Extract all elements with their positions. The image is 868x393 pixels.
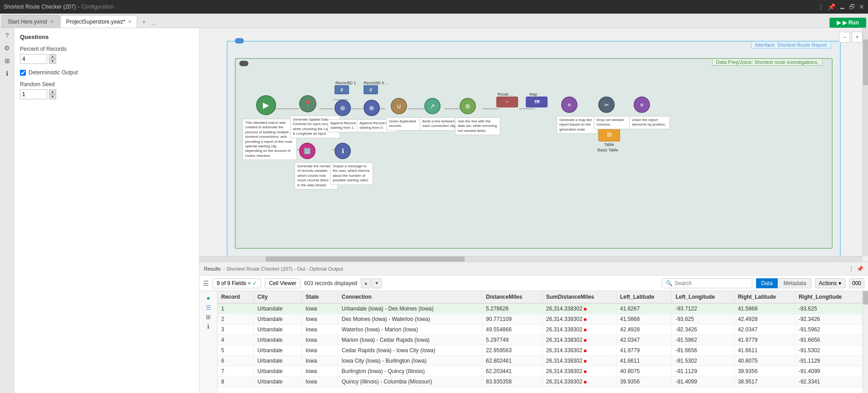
data-table: Record City State Connection DistanceMil…	[218, 291, 863, 387]
more-icon[interactable]: ⋮	[818, 3, 824, 10]
restore-icon[interactable]: 🗗	[849, 3, 855, 10]
workflow-area: − + Interface: Shortest Route Report Dat…	[199, 28, 868, 393]
deterministic-checkbox[interactable]	[20, 70, 26, 76]
node-join[interactable]: ⊗ Join the line with the data set, while…	[460, 98, 476, 114]
col-header-connection[interactable]: Connection	[338, 291, 482, 303]
random-seed-up-btn[interactable]: ▲	[49, 89, 56, 94]
gutter-icon-3[interactable]: ⊞	[206, 314, 211, 320]
tab-add-button[interactable]: +	[138, 17, 149, 28]
sidebar-header: Questions	[20, 34, 194, 40]
table-row[interactable]: 4 Urbandale Iowa Marion (Iowa) - Cedar R…	[218, 335, 863, 345]
close-icon[interactable]: ✕	[859, 3, 864, 10]
view-tab-metadata[interactable]: Metadata	[779, 278, 811, 288]
node-union2-tooltip: Union the report elements by position.	[629, 116, 670, 129]
tab-start[interactable]: Start Here.yxmd ✕	[2, 15, 59, 28]
node-recordid0[interactable]: #	[364, 85, 378, 94]
gutter-icon-4[interactable]: ℹ	[207, 323, 209, 330]
col-header-distance[interactable]: DistanceMiles	[482, 291, 543, 303]
view-tab-data[interactable]: Data	[756, 278, 777, 288]
tab-start-close[interactable]: ✕	[50, 19, 53, 24]
col-header-city[interactable]: City	[254, 291, 302, 303]
col-header-sumdistance[interactable]: SumDistanceMiles	[542, 291, 616, 303]
settings-icon[interactable]: ⚙	[4, 44, 10, 52]
table-vscrollbar[interactable]	[863, 291, 868, 393]
sort-up-btn[interactable]: ▲	[361, 278, 371, 288]
node-route[interactable]: ~	[496, 97, 518, 107]
sort-down-btn[interactable]: ▼	[372, 278, 382, 288]
table-row[interactable]: 8 Urbandale Iowa Quincy (Illinois) - Col…	[218, 377, 863, 387]
col-header-rl-lat[interactable]: Right_Latitude	[734, 291, 795, 303]
node-spatial[interactable]: 📍 Generate Spatial Data Centroid for eac…	[299, 95, 316, 112]
cell-ll-lon: -93.625	[672, 314, 734, 325]
search-input[interactable]	[674, 280, 738, 286]
node-table[interactable]: ⊞ Table	[598, 127, 620, 147]
node-map[interactable]: 🗺	[526, 97, 548, 107]
node-input[interactable]: ▶ This standard macro was created to aut…	[256, 95, 276, 115]
node-message[interactable]: ℹ Output a message to the user, which in…	[335, 143, 351, 159]
table-row[interactable]: 3 Urbandale Iowa Waterloo (Iowa) - Mario…	[218, 325, 863, 335]
fields-selector[interactable]: 9 of 9 Fields ▾ ✓	[213, 278, 261, 288]
gutter-icon-1[interactable]: ●	[207, 295, 210, 301]
search-box[interactable]: 🔍	[662, 278, 752, 288]
node-count[interactable]: 🔢 Generate the number of records variabl…	[299, 143, 315, 159]
fields-check-icon: ✓	[252, 280, 257, 286]
canvas-hscrollbar[interactable]	[199, 256, 863, 262]
interface-toggle[interactable]	[235, 38, 244, 44]
tab-more-button[interactable]: ···	[151, 21, 155, 28]
node-drop[interactable]: ✂ Drop not needed columns.	[598, 97, 615, 113]
cell-viewer-button[interactable]: Cell Viewer	[265, 278, 300, 288]
col-header-record[interactable]: Record	[218, 291, 254, 303]
question-icon[interactable]: ?	[5, 32, 9, 39]
run-button[interactable]: ▶ ▶ Run	[829, 18, 866, 28]
node-report[interactable]: ≡ Generate a map like report based on th…	[561, 97, 577, 113]
percent-input[interactable]	[20, 54, 47, 64]
node-recordid1[interactable]: #	[335, 85, 349, 94]
actions-button[interactable]: Actions ▾	[815, 278, 845, 288]
percent-down-btn[interactable]: ▼	[49, 59, 56, 64]
route-label: Route ...	[498, 92, 513, 97]
connections-svg	[236, 59, 832, 248]
cell-distance: 62.203441	[482, 366, 543, 377]
canvas-vscrollbar[interactable]	[863, 28, 868, 256]
node-append2[interactable]: ⊕ Append Record ID, starting from 0.	[364, 100, 380, 116]
table-row[interactable]: 2 Urbandale Iowa Des Moines (Iowa) - Wat…	[218, 314, 863, 325]
list-icon[interactable]: ☰	[203, 280, 209, 287]
node-union2[interactable]: ≡ Union the report elements by position.	[634, 97, 650, 113]
info-icon[interactable]: ℹ	[6, 70, 8, 77]
format-button[interactable]: 000	[849, 278, 864, 288]
results-pin-icon[interactable]: 📌	[857, 266, 863, 272]
percent-spinner: ▲ ▼	[49, 54, 56, 64]
run-icon: ▶	[837, 19, 841, 26]
tab-project[interactable]: ProjectSuperstore.yxwz* ✕	[60, 15, 138, 28]
zoom-in-btn[interactable]: +	[852, 32, 863, 43]
data-table-container[interactable]: Record City State Connection DistanceMil…	[218, 291, 863, 393]
results-more-icon[interactable]: ⋮	[849, 266, 854, 272]
dataprep-toggle[interactable]	[239, 61, 248, 66]
grid-icon[interactable]: ⊞	[5, 57, 10, 64]
col-header-ll-lon[interactable]: Left_Longitude	[672, 291, 734, 303]
pin-icon[interactable]: 📌	[828, 3, 835, 10]
col-header-state[interactable]: State	[302, 291, 338, 303]
percent-up-btn[interactable]: ▲	[49, 54, 56, 59]
minimize-icon[interactable]: 🗕	[839, 3, 845, 10]
view-tabs: Data Metadata	[756, 278, 811, 288]
tab-project-close[interactable]: ✕	[128, 19, 131, 24]
table-row[interactable]: 1 Urbandale Iowa Urbandale (Iowa) - Des …	[218, 303, 863, 314]
node-buildline[interactable]: ↗ Build a line between each connection c…	[424, 98, 441, 114]
cell-ll-lon: -91.4099	[672, 377, 734, 387]
node-union[interactable]: ∪ Union duplicated records.	[391, 98, 407, 114]
node-buildline-tooltip: Build a line between each connection cit…	[420, 117, 461, 131]
table-row[interactable]: 6 Urbandale Iowa Iowa City (Iowa) - Burl…	[218, 356, 863, 366]
col-header-ll-lat[interactable]: Left_Latitude	[616, 291, 671, 303]
random-seed-down-btn[interactable]: ▼	[49, 94, 56, 99]
random-seed-input[interactable]	[20, 89, 47, 99]
gutter-icon-2[interactable]: ☰	[206, 304, 211, 311]
workflow-canvas[interactable]: − + Interface: Shortest Route Report Dat…	[199, 28, 868, 262]
table-row[interactable]: 7 Urbandale Iowa Burlington (Iowa) - Qui…	[218, 366, 863, 377]
interface-label: Interface: Shortest Route Report	[751, 41, 831, 49]
cell-rl-lat: 38.9517	[734, 377, 795, 387]
node-append1[interactable]: ⊕ Append Record ID, starting from 1.	[335, 100, 351, 116]
col-header-rl-lon[interactable]: Right_Longitude	[795, 291, 862, 303]
zoom-out-btn[interactable]: −	[839, 32, 850, 43]
table-row[interactable]: 5 Urbandale Iowa Cedar Rapids (Iowa) - I…	[218, 345, 863, 356]
